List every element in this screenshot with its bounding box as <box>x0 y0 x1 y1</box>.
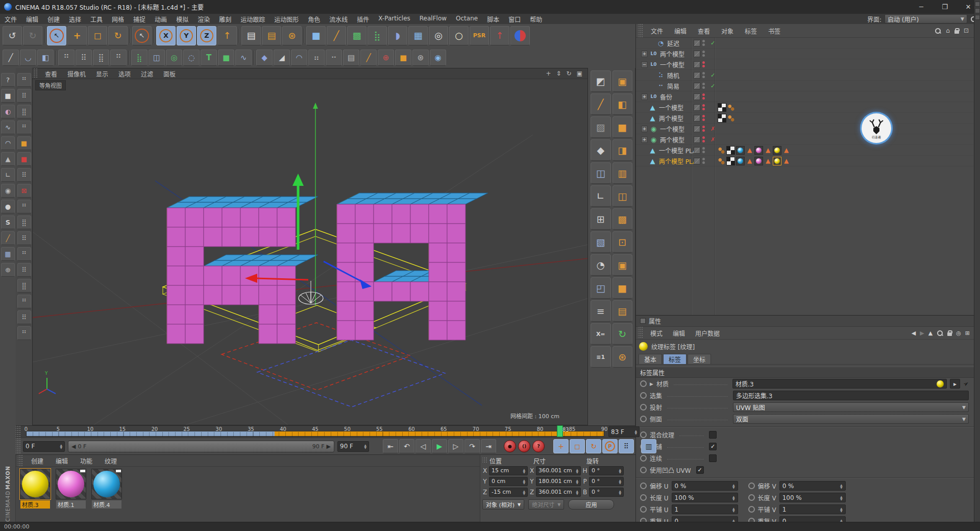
menu-item-4[interactable]: 工具 <box>86 15 107 23</box>
rp-cube-gear-icon[interactable]: ■ <box>612 116 633 138</box>
menu-item-15[interactable]: 插件 <box>352 15 374 23</box>
visibility-toggles[interactable] <box>694 158 705 164</box>
live-selection-tool[interactable]: ↖ <box>47 26 66 45</box>
range-start-spinner[interactable]: 0 F▲▼ <box>23 441 65 452</box>
anim-dot-icon[interactable] <box>640 506 647 513</box>
object-label[interactable]: 备份 <box>660 92 672 101</box>
material-name-label[interactable]: 材质.3 <box>20 500 50 509</box>
enabled-check-icon[interactable]: ✓ <box>710 40 715 46</box>
keyframe-selection-button[interactable]: ? <box>532 440 545 452</box>
palette-knife-icon[interactable]: ◢ <box>274 50 290 66</box>
menu-item-5[interactable]: 网格 <box>107 15 129 23</box>
uvw-tag-icon[interactable] <box>726 157 735 165</box>
align-button[interactable]: ↑ <box>490 26 509 45</box>
layer-icon[interactable] <box>694 158 700 164</box>
menu-item-6[interactable]: 捕捉 <box>129 15 150 23</box>
menu-item-21[interactable]: 帮助 <box>525 15 547 23</box>
previous-key-button[interactable]: ↶ <box>399 439 414 453</box>
light-menu[interactable]: ○ <box>449 26 469 45</box>
rp-hatch-icon[interactable]: ▩ <box>612 208 633 230</box>
sculpt-s-icon[interactable]: S <box>1 215 15 229</box>
cluster-object-icon[interactable]: ⣷ <box>131 50 148 66</box>
drag-grip-icon[interactable] <box>16 426 21 438</box>
enabled-check-icon[interactable]: ✓ <box>710 72 715 79</box>
material-tag-icon[interactable] <box>754 157 763 165</box>
menu-item-9[interactable]: 渲染 <box>193 15 214 23</box>
attr-menu-item-2[interactable]: 用户数据 <box>690 329 725 337</box>
object-label[interactable]: 一个模型 PLA <box>659 146 697 155</box>
polygon-selection-tag-icon[interactable]: ▲ <box>782 147 790 154</box>
screw-tool-icon[interactable]: ■ <box>395 50 411 66</box>
current-frame-spinner[interactable]: 83 F ▲▼ <box>607 425 635 438</box>
viewport-menu-item-2[interactable]: 显示 <box>91 69 113 78</box>
om-menu-item-0[interactable]: 文件 <box>645 27 669 35</box>
anim-dot-icon[interactable] <box>640 404 647 411</box>
snap-dots-a-icon[interactable]: ⠛ <box>58 50 75 66</box>
menu-item-10[interactable]: 雕刻 <box>214 15 236 23</box>
om-lock-icon[interactable] <box>954 30 959 34</box>
record-active-objects-button[interactable]: ● <box>504 440 516 452</box>
viewport-menu-item-1[interactable]: 摄像机 <box>62 69 91 78</box>
environment-menu[interactable]: ▦ <box>408 26 428 45</box>
ruler-icon[interactable]: ∟ <box>1 168 15 182</box>
octane-render-button[interactable] <box>510 26 530 45</box>
anim-dot-icon[interactable] <box>748 482 755 489</box>
object-row[interactable]: +◉两个模型✗ <box>636 134 974 145</box>
snap-11-icon[interactable]: ⣿ <box>17 279 31 293</box>
material-item[interactable]: 材质.3 <box>19 469 52 509</box>
expander-icon[interactable]: + <box>641 51 648 57</box>
length-u-field[interactable]: 100 %▲▼ <box>672 493 738 502</box>
mix-textures-checkbox[interactable] <box>709 431 717 439</box>
lathe-object-icon[interactable]: ◎ <box>166 50 182 66</box>
expander-icon[interactable]: − <box>641 61 648 68</box>
rp-extrude-icon[interactable]: ◫ <box>591 162 611 184</box>
pick-cursor-icon[interactable]: ➢ <box>962 379 971 389</box>
offset-v-field[interactable]: 0 %▲▼ <box>779 481 846 491</box>
snap-9-icon[interactable]: ⠛ <box>17 247 31 261</box>
object-row[interactable]: −L0一个模型 <box>636 59 974 70</box>
next-key-button[interactable]: ↷ <box>464 439 480 453</box>
grid-lock-icon[interactable]: ▦ <box>1 247 15 261</box>
object-row[interactable]: +◉一个模型✗ <box>636 124 974 134</box>
viewport-pan-icon[interactable]: + <box>546 70 551 77</box>
point-selection-tag-icon[interactable] <box>718 157 725 165</box>
arch-tool-icon[interactable]: ◠ <box>291 50 307 66</box>
object-label[interactable]: 一个模型 <box>660 60 684 69</box>
rp-slab-icon[interactable]: ◨ <box>612 139 633 161</box>
side-dropdown[interactable]: 双面▼ <box>733 414 969 424</box>
rp-point-cube-icon[interactable]: ◩ <box>591 70 611 92</box>
anim-dot-icon[interactable] <box>640 416 647 422</box>
menu-item-11[interactable]: 运动跟踪 <box>236 15 270 23</box>
coordinate-system-toggle[interactable]: ↑ <box>217 26 237 45</box>
snap-5-icon[interactable]: ⠿ <box>17 168 31 182</box>
scale-tool[interactable]: ◻ <box>88 26 107 45</box>
layer-icon[interactable] <box>694 61 700 68</box>
material-popup-button[interactable]: ▸ <box>950 379 960 389</box>
material-menu-item-2[interactable]: 功能 <box>74 456 99 465</box>
timeline-window-button[interactable]: ▥ <box>641 439 656 453</box>
uvw-tag-icon[interactable] <box>718 114 726 123</box>
lock-y-axis-toggle[interactable]: Y <box>177 26 196 45</box>
render-view-button[interactable]: ▤ <box>241 26 261 45</box>
rp-chisel-icon[interactable]: ◆ <box>591 139 611 161</box>
rp-exposure-icon[interactable]: ≡1 <box>591 346 611 368</box>
size-y-field[interactable]: 180.001 cm▲▼ <box>536 477 581 486</box>
layer-icon[interactable] <box>694 83 700 89</box>
material-field[interactable]: 材质.3 <box>732 379 947 389</box>
text-object-icon[interactable]: T <box>201 50 217 66</box>
object-label[interactable]: 两个模型 <box>660 50 684 58</box>
layer-icon[interactable] <box>694 72 700 79</box>
object-label[interactable]: 一个模型 <box>659 103 683 112</box>
object-label[interactable]: 延迟 <box>667 39 679 47</box>
enabled-check-icon[interactable]: ✓ <box>710 83 715 89</box>
snap-12-icon[interactable]: ⠛ <box>17 295 31 308</box>
menu-item-1[interactable]: 编辑 <box>21 15 43 23</box>
axis-lock-icon[interactable]: ⊕ <box>1 263 15 277</box>
snap-dots-d-icon[interactable]: ⠛ <box>110 50 127 66</box>
rotation-b-field[interactable]: 0 °▲▼ <box>589 488 624 497</box>
sweep-object-icon[interactable]: ◌ <box>183 50 200 66</box>
position-x-field[interactable]: 15 cm▲▼ <box>489 466 528 475</box>
rp-xpresso-icon[interactable]: X= <box>591 323 611 345</box>
menu-item-20[interactable]: 窗口 <box>504 15 525 23</box>
lock-x-axis-toggle[interactable]: X <box>156 26 176 45</box>
